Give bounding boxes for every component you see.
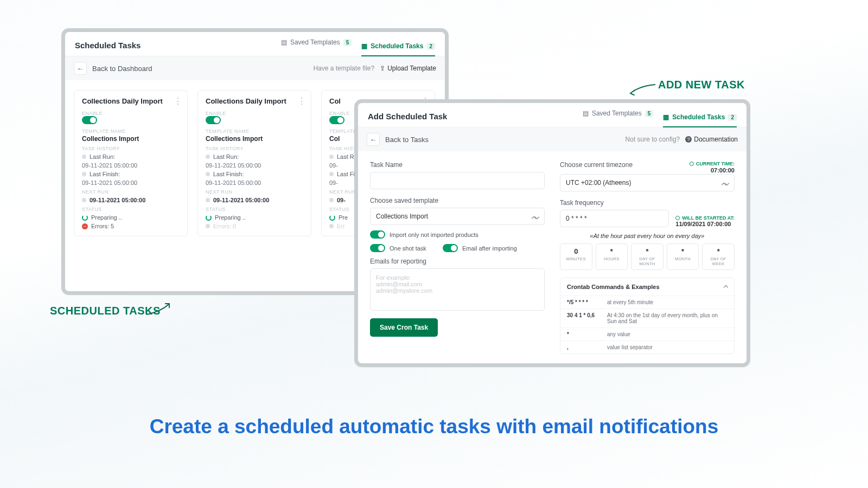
dot-icon bbox=[329, 172, 334, 176]
enable-toggle[interactable] bbox=[82, 116, 97, 124]
back-button[interactable]: ← bbox=[74, 62, 87, 75]
documentation-link[interactable]: ? Documentation bbox=[685, 136, 738, 143]
dot-icon bbox=[82, 172, 86, 176]
panel-title: Scheduled Tasks bbox=[75, 41, 141, 50]
current-time-value: 07:00:00 bbox=[711, 167, 735, 174]
error-icon bbox=[329, 224, 334, 228]
save-cron-button[interactable]: Save Cron Task bbox=[370, 318, 438, 337]
calendar-icon: ▦ bbox=[663, 113, 669, 121]
error-icon bbox=[206, 224, 210, 228]
tab-saved-templates[interactable]: ▤ Saved Templates 5 bbox=[583, 110, 653, 123]
tab-scheduled-tasks[interactable]: ▦ Scheduled Tasks 2 bbox=[361, 42, 435, 56]
status-text: Preparing .. bbox=[215, 214, 246, 221]
dot-icon bbox=[82, 155, 86, 159]
crontab-accordion-header[interactable]: Crontab Commands & Examples bbox=[560, 278, 734, 296]
error-icon: − bbox=[82, 223, 88, 229]
next-run-label: NEXT RUN bbox=[206, 189, 303, 195]
import-only-new-toggle[interactable] bbox=[370, 230, 385, 239]
status-text: Preparing .. bbox=[91, 214, 122, 221]
saved-template-select[interactable]: Collections Import bbox=[370, 208, 545, 225]
frequency-human-text: «At the hour past every hour on every da… bbox=[560, 233, 735, 239]
freq-unit: MINUTES bbox=[561, 256, 591, 261]
next-run-value: 09-11-2021 05:00:00 bbox=[90, 197, 145, 203]
card-title: Collections Daily Import bbox=[82, 97, 180, 105]
freq-value: 0 bbox=[561, 247, 591, 255]
cron-description: At 4:30 on the 1st day of every month, p… bbox=[607, 312, 727, 324]
last-run-label: Last Run: bbox=[213, 153, 239, 160]
card-title: Collections Daily Import bbox=[206, 97, 303, 105]
cron-example-row: *any value bbox=[560, 328, 734, 341]
task-card: ⋮Collections Daily ImportENABLETEMPLATE … bbox=[197, 90, 311, 236]
emails-textarea[interactable]: For example:admin@mail.comadmin@mystore.… bbox=[370, 268, 545, 311]
cron-example-row: 30 4 1 * 0,6At 4:30 on the 1st day of ev… bbox=[560, 309, 734, 328]
frequency-box[interactable]: *DAY OF MONTH bbox=[631, 243, 663, 270]
cron-code: 30 4 1 * 0,6 bbox=[567, 312, 601, 324]
task-history-label: TASK HISTORY bbox=[206, 146, 303, 151]
last-finish-value: 09-11-2021 05:00:00 bbox=[82, 179, 137, 186]
freq-unit: DAY OF MONTH bbox=[633, 256, 662, 266]
timezone-select[interactable]: UTC +02:00 (Atheens) bbox=[560, 174, 735, 191]
task-name-input[interactable] bbox=[370, 172, 545, 189]
start-value: 11/09/2021 07:00:00 bbox=[675, 221, 735, 227]
cron-example-row: */5 * * * *at every 5th minute bbox=[560, 296, 734, 309]
upload-icon: ⇪ bbox=[380, 65, 385, 72]
email-after-toggle[interactable] bbox=[443, 244, 458, 252]
briefcase-icon bbox=[82, 198, 86, 202]
template-name-label: TEMPLATE NAME bbox=[206, 129, 303, 134]
freq-value: * bbox=[668, 247, 698, 255]
task-history-label: TASK HISTORY bbox=[82, 146, 180, 151]
cron-code: */5 * * * * bbox=[567, 299, 601, 305]
upload-hint: Have a template file? bbox=[313, 65, 374, 72]
last-finish-value: 09-11-2021 05:00:00 bbox=[206, 179, 261, 186]
more-icon[interactable]: ⋮ bbox=[297, 96, 307, 106]
spinner-icon bbox=[82, 215, 88, 221]
timezone-label: Choose current timezone bbox=[560, 161, 633, 169]
template-name: Collections Import bbox=[82, 135, 180, 143]
last-run-label: Last Run: bbox=[90, 153, 115, 160]
tab-scheduled-tasks[interactable]: ▦ Scheduled Tasks 2 bbox=[663, 113, 737, 127]
status-label: STATUS bbox=[82, 207, 180, 212]
task-name-label: Task Name bbox=[370, 161, 545, 169]
frequency-input[interactable] bbox=[560, 210, 669, 227]
spinner-icon bbox=[329, 215, 335, 221]
freq-value: * bbox=[704, 247, 733, 255]
enable-label: ENABLE bbox=[206, 111, 303, 116]
file-icon: ▤ bbox=[583, 110, 589, 117]
one-shot-toggle[interactable] bbox=[370, 244, 385, 252]
last-finish-label: Last Finish: bbox=[213, 171, 244, 177]
panel-title: Add Scheduled Task bbox=[368, 112, 447, 121]
frequency-box[interactable]: 0MINUTES bbox=[560, 243, 592, 270]
errors-text: Err bbox=[337, 223, 345, 229]
back-label: Back to Tasks bbox=[385, 136, 429, 144]
dot-icon bbox=[329, 155, 334, 159]
emails-label: Emails for reporting bbox=[370, 258, 545, 265]
status-label: STATUS bbox=[206, 207, 303, 212]
clock-icon bbox=[675, 216, 680, 220]
back-label: Back to Dashboard bbox=[92, 65, 152, 73]
upload-template-link[interactable]: ⇪ Upload Template bbox=[380, 65, 436, 72]
freq-unit: DAY OF WEEK bbox=[704, 256, 733, 266]
calendar-icon: ▦ bbox=[361, 42, 367, 50]
back-button[interactable]: ← bbox=[367, 133, 380, 146]
chevron-down-icon bbox=[532, 213, 539, 220]
more-icon[interactable]: ⋮ bbox=[173, 96, 183, 106]
status-text: Pre bbox=[339, 214, 348, 221]
briefcase-icon bbox=[329, 198, 334, 202]
annotation-add-new-task: ADD NEW TASK bbox=[658, 79, 745, 91]
freq-value: * bbox=[597, 247, 627, 255]
clock-icon bbox=[690, 162, 694, 166]
frequency-box[interactable]: *MONTH bbox=[667, 243, 699, 270]
frequency-box[interactable]: *DAY OF WEEK bbox=[702, 243, 735, 270]
enable-toggle[interactable] bbox=[206, 116, 221, 124]
template-name-label: TEMPLATE NAME bbox=[82, 129, 180, 134]
chevron-up-icon bbox=[724, 284, 727, 290]
annotation-scheduled-tasks: SCHEDULED TASKS bbox=[50, 305, 161, 317]
briefcase-icon bbox=[206, 198, 210, 202]
last-finish-value: 09- bbox=[329, 179, 338, 186]
arrow-icon bbox=[145, 301, 173, 318]
tab-saved-templates[interactable]: ▤ Saved Templates 5 bbox=[281, 38, 352, 52]
freq-unit: MONTH bbox=[668, 256, 698, 261]
enable-toggle[interactable] bbox=[329, 116, 344, 124]
frequency-box[interactable]: *HOURS bbox=[596, 243, 628, 270]
question-icon: ? bbox=[685, 136, 692, 143]
